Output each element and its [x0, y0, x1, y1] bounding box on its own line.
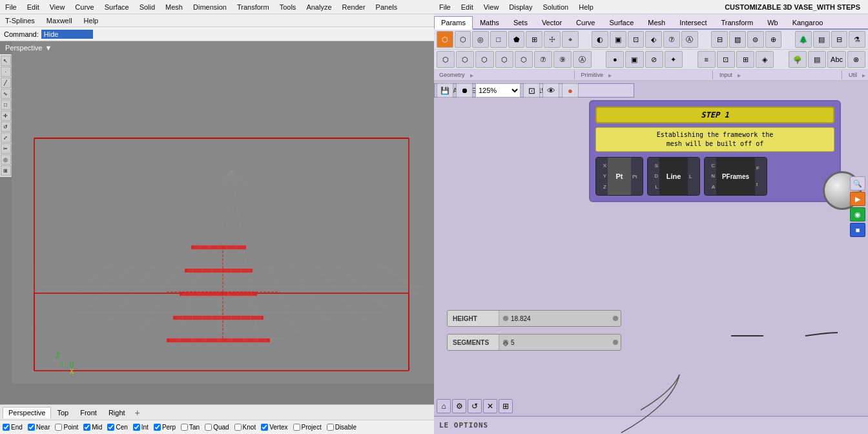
viewport-container[interactable]: ↖ · ╱ ∿ □ ✛ ↺ ⤢ ✂ ◎ ⊞ Perspective ▼ — [0, 41, 434, 404]
color-btn-3[interactable]: ◉ — [850, 207, 865, 222]
icon-input-1[interactable]: ⊟ — [711, 31, 728, 48]
section-geometry-expand[interactable]: ▸ — [470, 72, 473, 79]
tab-mesh[interactable]: Mesh — [641, 16, 672, 28]
zoom-extents-button[interactable]: ⊡ — [523, 83, 540, 98]
tab-front[interactable]: Front — [74, 407, 103, 418]
nav-home-button[interactable]: ⌂ — [437, 399, 451, 413]
menu-edit[interactable]: Edit — [25, 3, 42, 12]
icon-util-3[interactable]: ⊟ — [831, 31, 848, 48]
snap-disable-check[interactable] — [327, 424, 334, 431]
icon-util2-3[interactable]: Abc — [827, 51, 845, 68]
icon-geom2-2[interactable]: ⬡ — [456, 51, 474, 68]
menu-panels[interactable]: Panels — [373, 3, 400, 12]
icon-prim-3[interactable]: ⊡ — [628, 31, 645, 48]
viewport-dropdown-arrow[interactable]: ▼ — [45, 44, 52, 52]
nav-grid-button[interactable]: ⊞ — [499, 399, 513, 413]
snap-mid-check[interactable] — [83, 424, 90, 431]
menu-view[interactable]: View — [47, 3, 68, 12]
right-menu-edit[interactable]: Edit — [459, 3, 476, 12]
snap-project-check[interactable] — [293, 424, 300, 431]
icon-prim-6[interactable]: Ⓐ — [681, 31, 698, 48]
toolbar-trim[interactable]: ✂ — [1, 143, 11, 154]
section-input-expand[interactable]: ▸ — [738, 72, 741, 79]
icon-input2-3[interactable]: ⊞ — [736, 51, 754, 68]
icon-input-3[interactable]: ⊜ — [747, 31, 764, 48]
tab-top[interactable]: Top — [51, 407, 74, 418]
icon-prim2-3[interactable]: ⊘ — [645, 51, 663, 68]
icon-util-4[interactable]: ⚗ — [849, 31, 865, 48]
tab-kangaroo[interactable]: Kangaroo — [785, 16, 831, 28]
snap-end-check[interactable] — [3, 424, 10, 431]
icon-util2-4[interactable]: ⊗ — [847, 51, 865, 68]
icon-geom2-7[interactable]: ⑨ — [553, 51, 572, 68]
tab-add[interactable]: + — [131, 406, 144, 419]
color-button[interactable]: ● — [562, 83, 579, 98]
icon-util-1[interactable]: 🌲 — [795, 31, 812, 48]
snap-point-check[interactable] — [55, 424, 62, 431]
icon-input2-1[interactable]: ≡ — [698, 51, 716, 68]
icon-prim2-4[interactable]: ✦ — [665, 51, 683, 68]
menu-tools[interactable]: Tools — [277, 3, 299, 12]
tab-vector[interactable]: Vector — [535, 16, 569, 28]
right-menu-solution[interactable]: Solution — [540, 3, 571, 12]
eye-button[interactable]: 👁 — [542, 83, 559, 98]
icon-util-2[interactable]: ▤ — [813, 31, 830, 48]
tab-perspective[interactable]: Perspective — [3, 407, 51, 418]
icon-prim2-1[interactable]: ● — [606, 51, 624, 68]
snap-int-check[interactable] — [133, 424, 140, 431]
menu-solid[interactable]: Solid — [137, 3, 158, 12]
toolbar-select[interactable]: ↖ — [1, 56, 11, 66]
icon-prim-5[interactable]: ⑦ — [663, 31, 680, 48]
icon-geom2-1[interactable]: ⬡ — [437, 51, 455, 68]
icon-geom-4[interactable]: □ — [490, 31, 507, 48]
snap-quad-check[interactable] — [205, 424, 212, 431]
toolbar-move[interactable]: ✛ — [1, 110, 11, 121]
icon-prim-1[interactable]: ◐ — [592, 31, 608, 48]
icon-geom-5[interactable]: ⬟ — [508, 31, 525, 48]
nav-settings-button[interactable]: ⚙ — [452, 399, 466, 413]
color-btn-2[interactable]: ▶ — [850, 192, 865, 206]
nav-refresh-button[interactable]: ↺ — [468, 399, 482, 413]
toolbar-curve[interactable]: ∿ — [1, 88, 11, 99]
icon-input-2[interactable]: ▨ — [729, 31, 746, 48]
snap-tan-check[interactable] — [181, 424, 188, 431]
menu-curve[interactable]: Curve — [72, 3, 96, 12]
toolbar-point[interactable]: · — [1, 67, 11, 77]
toolbar-rotate[interactable]: ↺ — [1, 121, 11, 132]
icon-geom2-3[interactable]: ⬡ — [475, 51, 493, 68]
icon-prim-2[interactable]: ▣ — [610, 31, 626, 48]
icon-input2-2[interactable]: ⊡ — [717, 51, 735, 68]
tab-sets[interactable]: Sets — [506, 16, 535, 28]
tab-params[interactable]: Params — [434, 16, 473, 30]
menu-dimension[interactable]: Dimension — [191, 3, 229, 12]
menu-file[interactable]: File — [3, 3, 19, 12]
snap-perp-check[interactable] — [154, 424, 161, 431]
icon-util2-1[interactable]: 🌳 — [789, 51, 807, 68]
snap-cen-check[interactable] — [107, 424, 114, 431]
snap-vertex-check[interactable] — [261, 424, 268, 431]
pframes-node[interactable]: C N A PFrames F t — [704, 157, 767, 196]
section-util-expand[interactable]: ▸ — [862, 72, 865, 79]
tab-curve[interactable]: Curve — [569, 16, 602, 28]
icon-util2-2[interactable]: ▤ — [808, 51, 826, 68]
zoom-level-select[interactable]: 125%100%75%150% — [475, 83, 521, 98]
snap-knot-check[interactable] — [234, 424, 242, 431]
save-button[interactable]: 💾 — [437, 83, 453, 98]
right-menu-view[interactable]: View — [481, 3, 502, 12]
right-menu-file[interactable]: File — [437, 3, 453, 12]
record-button[interactable]: ⏺ — [456, 83, 473, 98]
right-menu-display[interactable]: Display — [506, 3, 535, 12]
toolbar-scale[interactable]: ⤢ — [1, 132, 11, 143]
menu-help[interactable]: Help — [81, 16, 101, 25]
height-node[interactable]: HEIGHT 18.824 — [447, 310, 621, 327]
icon-prim-4[interactable]: ⬖ — [645, 31, 662, 48]
command-input[interactable] — [41, 30, 93, 39]
icon-geom2-4[interactable]: ⬡ — [495, 51, 513, 68]
color-btn-1[interactable]: 🔍 — [850, 176, 865, 191]
toolbar-surface[interactable]: □ — [1, 99, 11, 110]
pt-node[interactable]: X Y Z Pt Pt — [595, 157, 643, 196]
icon-geom-8[interactable]: ⌖ — [562, 31, 579, 48]
color-btn-4[interactable]: ■ — [850, 223, 865, 237]
menu-render[interactable]: Render — [340, 3, 368, 12]
icon-geom2-5[interactable]: ⬡ — [515, 51, 533, 68]
